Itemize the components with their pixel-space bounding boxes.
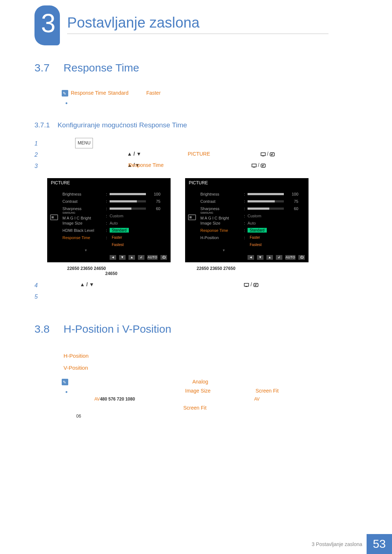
section-3-8-number: 3.8 [34,323,50,335]
osd-brightness-label: Brightness [200,192,244,196]
osd-h-position-label: H-Position [200,235,244,240]
osd-image-size-value: Auto [110,221,118,225]
section-3-8-note: • Analog • Image Size Screen Fit AV480 5… [34,377,332,420]
footer-label: 3 Postavljanje zaslona [312,541,362,547]
osd-power-button[interactable]: ⏻ [298,255,305,260]
osd-auto-button[interactable]: AUTO [285,255,295,260]
bullet-icon: • [65,98,68,109]
section-3-7-number: 3.7 [34,62,50,74]
osd-response-time-label: Response Time [62,235,106,240]
osd-footer-buttons: ◄ ▼ ▲ ↲ AUTO ⏻ [185,254,309,260]
osd-response-time-label: Response Time [200,228,244,233]
osd-down-button[interactable]: ▼ [119,255,126,260]
osd-side-icon [188,214,196,220]
osd-down-button[interactable]: ▼ [257,255,264,260]
osd-image-size-label: Image Size [200,221,244,225]
osd-power-button[interactable]: ⏻ [160,255,167,260]
av-label-2: AV [254,397,260,402]
h-position-label: H-Position [64,353,89,359]
osd-side-icon [50,214,58,220]
osd-image-size-value: Auto [248,221,256,225]
osd-left-button[interactable]: ◄ [248,255,254,260]
response-time-label: Response Time [71,90,106,96]
svg-rect-1 [262,156,264,156]
osd-panel-left: PICTURE Brightness:100 Contrast:75 Sharp… [47,178,171,262]
osd-auto-button[interactable]: AUTO [147,255,158,260]
section-3-8-title: H-Position i V-Position [64,323,171,335]
section-3-8-heading: 3.8 H-Position i V-Position [34,323,332,335]
bullet-icon: • [65,386,68,398]
section-3-7-heading: 3.7 Response Time [34,62,332,74]
av-models: 480 576 720 1080 [100,397,135,402]
osd-sharpness-value: 60 [287,206,298,211]
osd-contrast-label: Contrast [200,199,244,204]
section-3-7-title: Response Time [64,62,139,74]
osd-sharpness-label: Sharpness [200,206,244,211]
osd-sharpness-value: 60 [150,206,160,211]
svg-rect-4 [253,167,255,168]
osd-magic-bright-label: SAMSUNGM A G I C Bright [62,212,106,220]
step-3-number: 3 [34,160,42,172]
subsection-3-7-1-title: Konfiguriranje mogućnosti Response Time [57,121,187,129]
svg-rect-0 [261,153,265,156]
osd-standard-option[interactable]: Standard [110,228,129,233]
chapter-tab: 3 [34,5,60,45]
step-2: 2 ▲ / ▼ PICTURE / [34,148,332,160]
v-position-label: V-Position [64,365,88,371]
osd-fastest-option[interactable]: Fastest [248,242,264,247]
response-time-inline: Response Time [128,162,164,168]
step-3: 3 ▲ / ▼Response Time / [34,160,332,171]
step-4: 4 ▲ / ▼ / [34,279,332,290]
osd-footer-buttons: ◄ ▼ ▲ ↲ AUTO ⏻ [47,254,171,260]
model-list-left-line2: 24650 [105,271,332,276]
subsection-3-7-1-number: 3.7.1 [34,121,50,129]
chapter-number: 3 [41,8,56,38]
osd-image-size-label: Image Size [62,221,106,225]
screen-fit-label: Screen Fit [256,388,279,394]
faster-label: Faster [146,90,161,96]
display-enter-icon: / [261,151,275,157]
section-3-7-note: • Response Time Standard Faster • [34,89,332,107]
osd-sharpness-label: Sharpness [62,206,106,211]
page-footer: 3 Postavljanje zaslona 53 [0,534,392,554]
image-size-label: Image Size [185,388,211,394]
osd-contrast-label: Contrast [62,199,106,204]
svg-rect-7 [245,286,248,287]
step-1: 1 MENU [34,137,332,148]
picture-label: PICTURE [188,151,210,157]
step-5-number: 5 [34,290,42,303]
osd-magic-bright-value: Custom [110,214,123,218]
av-label: AV [94,397,100,402]
osd-magic-bright-value: Custom [248,214,261,218]
chapter-title: Postavljanje zaslona [67,15,200,31]
analog-label: Analog [192,379,208,385]
svg-rect-3 [252,164,256,167]
osd-faster-option[interactable]: Faster [248,235,262,240]
header-divider [67,33,328,34]
osd-brightness-value: 100 [287,192,298,196]
screen-fit-label-2: Screen Fit [183,405,207,411]
footer-page-number: 53 [367,534,392,554]
osd-enter-button[interactable]: ↲ [276,255,282,260]
osd-contrast-value: 75 [150,199,160,204]
osd-hdmi-black-label: HDMI Black Level [62,228,106,233]
osd-up-button[interactable]: ▲ [266,255,273,260]
model-list-left: 22650 23650 24650 [67,266,106,271]
osd-enter-button[interactable]: ↲ [138,255,144,260]
subsection-3-7-1-heading: 3.7.1 Konfiguriranje mogućnosti Response… [34,121,332,129]
up-down-arrow-icon: ▲ / ▼ [127,151,141,157]
display-enter-icon: / [244,282,259,287]
osd-up-button[interactable]: ▲ [128,255,135,260]
osd-contrast-value: 75 [287,199,298,204]
osd-panel-right: PICTURE Brightness:100 Contrast:75 Sharp… [185,178,309,262]
osd-faster-option[interactable]: Faster [110,235,124,240]
osd-left-button[interactable]: ◄ [110,255,116,260]
svg-rect-6 [244,283,249,286]
up-down-arrow-icon: ▲ / ▼ [80,282,94,287]
osd-fastest-option[interactable]: Fastest [110,242,126,247]
osd-standard-option[interactable]: Standard [248,228,267,233]
osd-brightness-value: 100 [150,192,160,196]
menu-button-label: MENU [75,138,93,148]
osd-scroll-down-icon: ▼ [84,249,166,252]
osd-title: PICTURE [47,178,171,188]
